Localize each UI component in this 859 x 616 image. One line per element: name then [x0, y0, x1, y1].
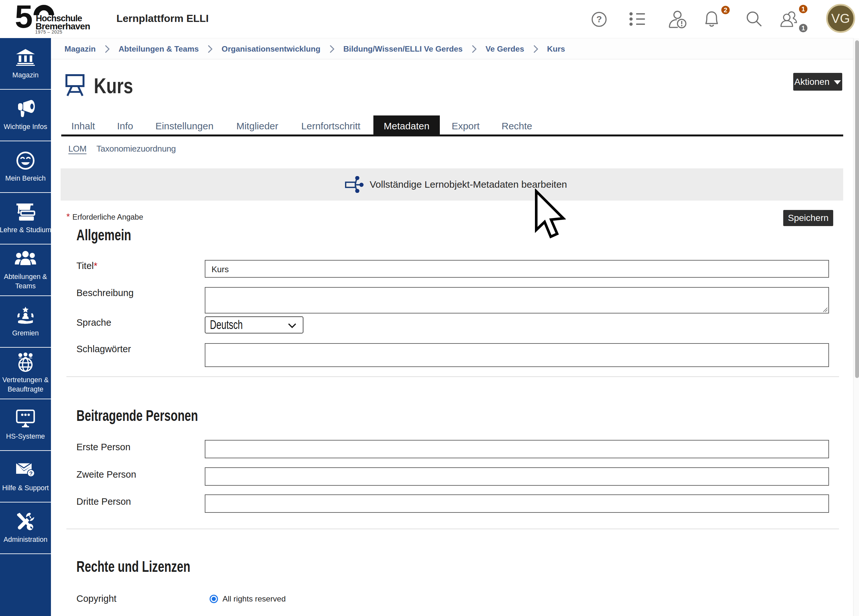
svg-text:?: ?	[29, 471, 33, 477]
svg-text:?: ?	[596, 14, 602, 24]
